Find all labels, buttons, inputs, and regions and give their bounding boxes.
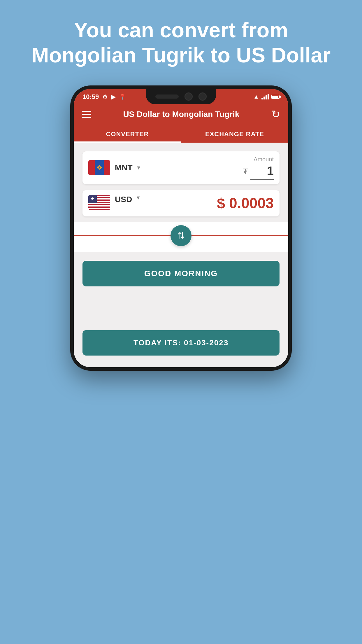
- swap-arrows-icon: ⇅: [178, 230, 185, 241]
- result-number: 0.0003: [229, 195, 274, 211]
- refresh-button[interactable]: ↻: [271, 108, 280, 120]
- amount-input[interactable]: 1: [250, 164, 274, 180]
- status-right: ▲: [253, 93, 280, 100]
- menu-line-3: [82, 117, 91, 118]
- conversion-result: $ 0.0003: [217, 195, 274, 212]
- menu-button[interactable]: [82, 111, 91, 118]
- amount-label: Amount: [243, 156, 274, 163]
- notch: [146, 89, 216, 104]
- tab-converter[interactable]: CONVERTER: [74, 126, 181, 143]
- menu-line-1: [82, 111, 91, 112]
- result-symbol: $: [217, 195, 229, 211]
- swap-button[interactable]: ⇅: [171, 225, 191, 246]
- wifi-icon: ▲: [253, 93, 259, 100]
- time-display: 10:59: [82, 93, 99, 101]
- to-currency-code: USD: [115, 195, 132, 204]
- signal-icon: [261, 94, 269, 99]
- amount-input-row: ₮ 1: [243, 164, 274, 180]
- from-currency-row: ☸ MNT ▼ Amount ₮ 1: [82, 151, 280, 184]
- menu-line-2: [82, 114, 91, 115]
- hero-text: You can convert from Mongolian Tugrik to…: [0, 0, 362, 83]
- date-button[interactable]: TODAY ITS: 01-03-2023: [82, 330, 280, 356]
- to-currency-row: ★ USD ▼ $ 0.0003: [82, 190, 280, 216]
- star-icon: ★: [90, 196, 94, 202]
- location-icon: 📍: [119, 93, 126, 100]
- swap-section: ⇅: [74, 225, 288, 246]
- to-currency-dropdown[interactable]: ▼: [136, 195, 141, 201]
- app-bar: US Dollar to Mongolian Tugrik ↻: [74, 103, 288, 126]
- amount-section: Amount ₮ 1: [243, 156, 274, 180]
- speaker: [155, 94, 179, 99]
- spacer: [74, 295, 288, 330]
- status-left: 10:59 ⚙ ▶ 📍: [82, 93, 126, 101]
- mnt-flag: ☸: [88, 160, 110, 175]
- app-title: US Dollar to Mongolian Tugrik: [123, 110, 239, 119]
- camera: [184, 92, 193, 101]
- converter-content: ☸ MNT ▼ Amount ₮ 1: [74, 143, 288, 222]
- battery-icon: [271, 95, 280, 99]
- tab-exchange-rate[interactable]: EXCHANGE RATE: [181, 126, 288, 143]
- camera2: [198, 92, 207, 101]
- phone-mockup: 10:59 ⚙ ▶ 📍 ▲: [70, 85, 292, 371]
- buttons-area: GOOD MORNING: [74, 252, 288, 295]
- tab-bar: CONVERTER EXCHANGE RATE: [74, 126, 288, 143]
- bottom-area: TODAY ITS: 01-03-2023: [74, 330, 288, 367]
- gear-icon: ⚙: [102, 93, 108, 100]
- play-icon: ▶: [111, 93, 115, 100]
- tugrik-symbol: ₮: [243, 167, 248, 176]
- usd-flag: ★: [88, 195, 110, 210]
- from-currency-dropdown[interactable]: ▼: [136, 165, 141, 171]
- from-currency-code: MNT: [115, 163, 133, 172]
- status-bar: 10:59 ⚙ ▶ 📍 ▲: [74, 89, 288, 103]
- greeting-button[interactable]: GOOD MORNING: [82, 261, 280, 286]
